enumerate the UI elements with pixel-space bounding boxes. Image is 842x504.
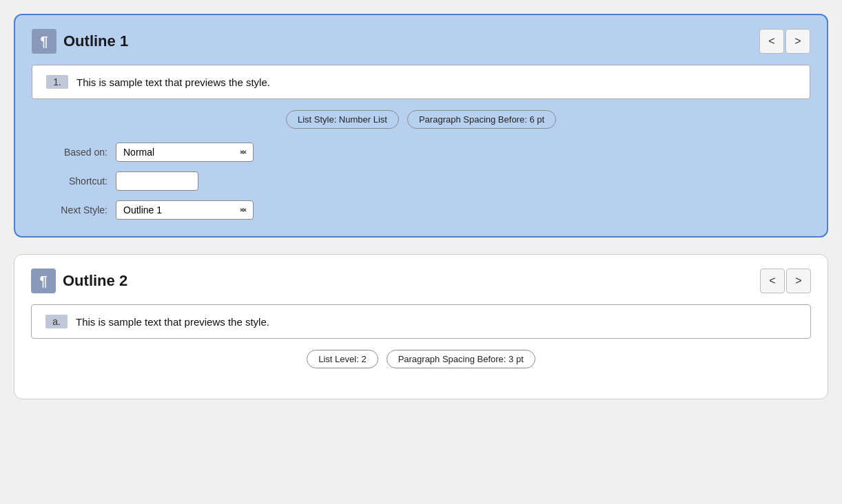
card1-nav-buttons: < > [759, 29, 810, 54]
card2-list-marker: a. [45, 315, 68, 328]
card1-title: Outline 1 [63, 32, 128, 50]
card2-prev-button[interactable]: < [760, 269, 785, 293]
card1-tag1: List Style: Number List [286, 110, 399, 129]
style-card-outline1: ¶ Outline 1 < > 1. This is sample text t… [14, 14, 828, 238]
card1-preview: 1. This is sample text that previews the… [32, 65, 810, 99]
card1-prev-button[interactable]: < [759, 29, 784, 54]
card1-shortcut-row: Shortcut: [45, 171, 810, 191]
card1-preview-text: This is sample text that previews the st… [76, 76, 270, 88]
card1-next-style-row: Next Style: Outline 1 Outline 2 Normal [45, 200, 810, 220]
card1-shortcut-input[interactable] [116, 171, 198, 191]
card2-next-button[interactable]: > [786, 269, 811, 293]
style-card-outline2: ¶ Outline 2 < > a. This is sample text t… [14, 254, 828, 399]
card1-based-on-label: Based on: [45, 147, 107, 158]
card1-header: ¶ Outline 1 < > [32, 29, 810, 54]
card1-list-marker: 1. [46, 75, 68, 89]
card2-tags: List Level: 2 Paragraph Spacing Before: … [31, 350, 811, 368]
card1-tag2: Paragraph Spacing Before: 6 pt [407, 110, 556, 129]
card2-preview: a. This is sample text that previews the… [31, 304, 811, 339]
card1-fields: Based on: Normal Heading 1 Heading 2 Bod… [32, 143, 810, 220]
card1-based-on-select[interactable]: Normal Heading 1 Heading 2 Body Text [116, 143, 254, 162]
card1-next-button[interactable]: > [785, 29, 810, 54]
card1-based-on-row: Based on: Normal Heading 1 Heading 2 Bod… [45, 143, 810, 162]
card2-title: Outline 2 [63, 272, 127, 290]
card2-nav-buttons: < > [760, 269, 811, 293]
card1-shortcut-label: Shortcut: [45, 176, 107, 187]
card1-title-group: ¶ Outline 1 [32, 29, 128, 54]
paragraph-icon-2: ¶ [31, 269, 56, 293]
card1-next-style-label: Next Style: [45, 204, 107, 216]
card2-header: ¶ Outline 2 < > [31, 269, 811, 293]
paragraph-icon-1: ¶ [32, 29, 57, 54]
card2-title-group: ¶ Outline 2 [31, 269, 127, 293]
card2-tag2: Paragraph Spacing Before: 3 pt [387, 350, 535, 368]
card1-next-style-select[interactable]: Outline 1 Outline 2 Normal [116, 200, 254, 220]
card2-preview-text: This is sample text that previews the st… [76, 316, 269, 328]
card2-tag1: List Level: 2 [307, 350, 378, 368]
card1-tags: List Style: Number List Paragraph Spacin… [32, 110, 810, 129]
